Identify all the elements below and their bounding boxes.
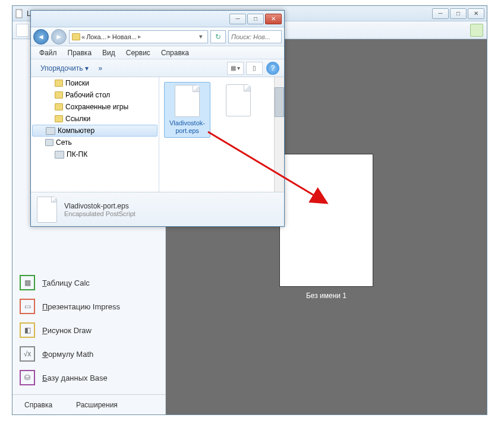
nav-back-button[interactable]: ◄ — [33, 29, 49, 45]
launcher-calc[interactable]: ▦ Таблицу Calc — [12, 271, 165, 295]
draw-icon: ◧ — [20, 322, 35, 338]
lo-close-button[interactable]: ✕ — [468, 8, 484, 19]
lo-doc-thumbnail[interactable] — [279, 154, 373, 287]
network-icon — [45, 139, 53, 146]
lo-doc-label: Без имени 1 — [306, 292, 346, 300]
file-icon — [37, 197, 57, 223]
tree-item-computer[interactable]: Компьютер — [32, 125, 158, 137]
help-button[interactable]: ? — [266, 62, 279, 75]
explorer-toolbar: Упорядочить ▾ » ▦ ▾ ▯ ? — [31, 59, 284, 77]
impress-icon: ▭ — [20, 299, 35, 314]
explorer-titlebar[interactable]: ─ □ ✕ — [31, 11, 284, 27]
breadcrumb-left: « — [81, 33, 85, 40]
libreoffice-icon — [15, 9, 24, 18]
menu-file[interactable]: Файл — [34, 48, 62, 58]
calc-icon: ▦ — [20, 275, 35, 290]
computer-icon — [55, 151, 64, 159]
launcher-base-label: Базу данных Base — [42, 373, 108, 382]
folder-icon — [72, 33, 80, 40]
launcher-impress[interactable]: ▭ Презентацию Impress — [12, 295, 165, 318]
lo-update-icon[interactable] — [470, 24, 483, 37]
toolbar-more[interactable]: » — [93, 62, 107, 75]
launcher-base[interactable]: ⛁ Базу данных Base — [12, 366, 165, 390]
explorer-details-pane: Vladivostok-port.eps Encapsulated PostSc… — [31, 192, 284, 226]
lo-maximize-button[interactable]: □ — [450, 8, 467, 19]
tree-item-searches[interactable]: Поиски — [31, 77, 159, 89]
math-icon: √x — [20, 346, 35, 362]
launcher-math-label: Формулу Math — [42, 350, 93, 359]
launcher-calc-label: Таблицу Calc — [42, 278, 90, 287]
base-icon: ⛁ — [20, 370, 35, 385]
refresh-button[interactable]: ↻ — [210, 30, 226, 43]
file-icon — [175, 85, 200, 117]
lo-footer: Справка Расширения — [12, 394, 165, 414]
view-mode-button[interactable]: ▦ ▾ — [227, 62, 244, 75]
launcher-draw-label: Рисунок Draw — [42, 326, 92, 335]
lo-minimize-button[interactable]: ─ — [432, 8, 449, 19]
breadcrumb[interactable]: « Лока... ▸ Новая... ▸ ▾ — [69, 30, 208, 43]
launcher-draw[interactable]: ◧ Рисунок Draw — [12, 318, 165, 342]
menu-view[interactable]: Вид — [97, 48, 120, 58]
file-item[interactable] — [215, 82, 262, 138]
ex-close-button[interactable]: ✕ — [265, 14, 282, 24]
menu-help[interactable]: Справка — [156, 48, 194, 58]
folder-icon — [55, 115, 63, 122]
file-item-selected[interactable]: Vladivostok-port.eps — [164, 82, 210, 138]
explorer-window: ─ □ ✕ ◄ ► « Лока... ▸ Новая... ▸ ▾ ↻ Фай… — [30, 10, 285, 227]
launcher-math[interactable]: √x Формулу Math — [12, 342, 165, 366]
organize-button[interactable]: Упорядочить ▾ — [36, 62, 93, 75]
tree-item-savedgames[interactable]: Сохраненные игры — [31, 101, 159, 113]
preview-pane-button[interactable]: ▯ — [246, 62, 263, 75]
tree-item-desktop[interactable]: Рабочий стол — [31, 89, 159, 101]
ex-minimize-button[interactable]: ─ — [229, 14, 246, 24]
breadcrumb-sep-icon[interactable]: ▸ — [138, 33, 141, 40]
search-input[interactable] — [228, 30, 282, 43]
details-filename: Vladivostok-port.eps — [64, 202, 136, 210]
breadcrumb-dropdown-icon[interactable]: ▾ — [197, 33, 205, 40]
launcher-impress-label: Презентацию Impress — [42, 302, 120, 311]
explorer-files-pane[interactable]: Vladivostok-port.eps — [159, 77, 284, 192]
explorer-menubar: Файл Правка Вид Сервис Справка — [31, 46, 284, 59]
details-filetype: Encapsulated PostScript — [64, 210, 136, 217]
folder-icon — [55, 103, 63, 110]
chevron-down-icon: ▾ — [85, 64, 89, 72]
tree-item-links[interactable]: Ссылки — [31, 113, 159, 125]
tree-item-pcpc[interactable]: ПК-ПК — [31, 148, 159, 160]
explorer-navbar: ◄ ► « Лока... ▸ Новая... ▸ ▾ ↻ — [31, 27, 284, 46]
ex-maximize-button[interactable]: □ — [247, 14, 264, 24]
breadcrumb-sep-icon[interactable]: ▸ — [108, 33, 111, 40]
lo-toolbar-icon[interactable] — [16, 24, 29, 37]
computer-icon — [46, 127, 55, 135]
file-name: Vladivostok-port.eps — [167, 119, 207, 135]
folder-icon — [55, 91, 63, 99]
lo-footer-extensions[interactable]: Расширения — [76, 401, 118, 409]
breadcrumb-part1[interactable]: Лока... — [86, 33, 106, 40]
explorer-tree[interactable]: Поиски Рабочий стол Сохраненные игры Ссы… — [31, 77, 159, 192]
nav-forward-button[interactable]: ► — [51, 29, 67, 45]
breadcrumb-part2[interactable]: Новая... — [112, 33, 137, 40]
menu-service[interactable]: Сервис — [121, 48, 155, 58]
scrollbar-thumb[interactable] — [275, 87, 284, 117]
tree-item-network[interactable]: Сеть — [31, 137, 159, 148]
menu-edit[interactable]: Правка — [63, 48, 97, 58]
scrollbar[interactable] — [274, 77, 284, 192]
lo-footer-help[interactable]: Справка — [24, 401, 52, 409]
folder-icon — [55, 80, 63, 87]
file-icon — [226, 84, 251, 116]
